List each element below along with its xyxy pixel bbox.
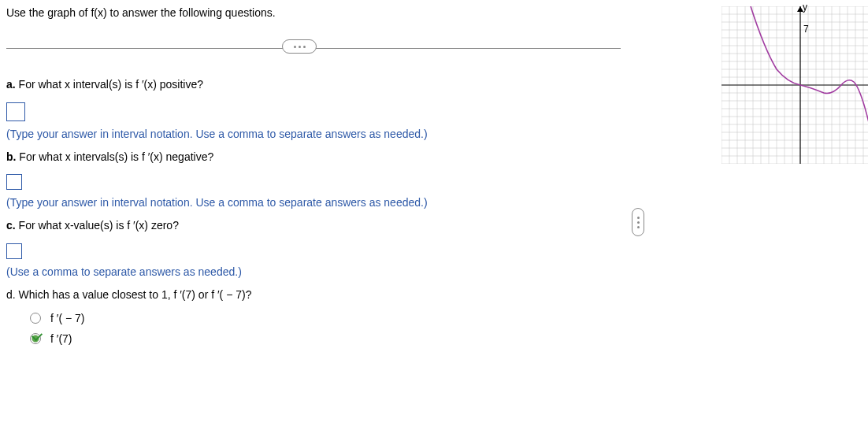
option-1-label: f ′( − 7) [50,312,84,324]
question-c: c. For what x-value(s) is f ′(x) zero? [6,218,644,234]
answer-input-b[interactable] [6,174,22,190]
y-tick-7: 7 [803,24,809,35]
hint-a: (Type your answer in interval notation. … [6,128,644,140]
expand-pill[interactable] [282,39,317,54]
option-2-row[interactable]: f ′(7) [30,332,644,345]
question-b: b. For what x intervals(s) is f ′(x) neg… [6,150,644,165]
y-axis-label: y [803,2,807,13]
option-1-row[interactable]: f ′( − 7) [30,312,644,324]
instruction-text: Use the graph of f(x) to answer the foll… [6,6,644,19]
question-d: d. Which has a value closest to 1, f ′(7… [6,287,644,303]
option-2-label: f ′(7) [50,332,72,345]
radio-option-2[interactable] [30,333,41,344]
radio-option-1[interactable] [30,313,41,324]
side-expand-pill[interactable] [632,208,644,236]
section-divider [6,43,644,54]
answer-input-c[interactable] [6,243,22,259]
answer-input-a[interactable] [6,102,25,121]
hint-b: (Type your answer in interval notation. … [6,196,644,209]
question-a: a. For what x interval(s) is f ′(x) posi… [6,77,644,93]
function-graph: y x 7 [721,6,868,164]
hint-c: (Use a comma to separate answers as need… [6,265,644,278]
